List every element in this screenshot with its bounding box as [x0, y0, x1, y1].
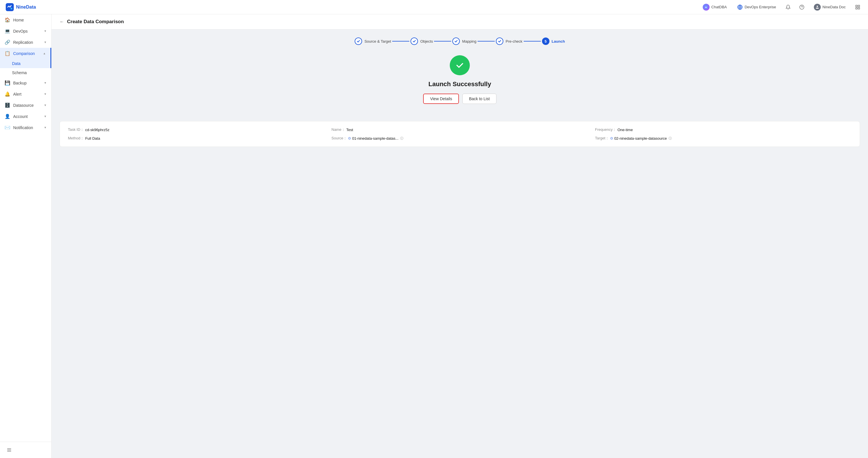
sidebar-label-replication: Replication — [13, 40, 41, 45]
step-connector-1 — [392, 41, 409, 41]
target-info-icon[interactable]: ⓘ — [669, 136, 672, 140]
devops-label: DevOps Enterprise — [745, 5, 776, 9]
sidebar-label-backup: Backup — [13, 81, 41, 85]
svg-rect-9 — [858, 5, 860, 7]
frequency-item: Frequency： One-time — [595, 127, 852, 132]
source-label: Source： — [332, 136, 347, 141]
chevron-down-icon: ▼ — [44, 30, 47, 33]
task-id-label: Task ID： — [68, 127, 84, 132]
sidebar-item-notification[interactable]: ✉️ Notification ▼ — [0, 122, 51, 133]
svg-point-7 — [817, 5, 818, 7]
frequency-label: Frequency： — [595, 127, 616, 132]
sidebar-label-account: Account — [13, 114, 41, 119]
collapse-sidebar-button[interactable] — [5, 446, 14, 455]
chevron-down-icon: ▼ — [44, 115, 47, 118]
ninedata-doc-button[interactable]: NineData Doc — [811, 3, 848, 12]
devops-button[interactable]: DevOps Enterprise — [734, 3, 779, 11]
sidebar-item-comparison[interactable]: 📋 Comparison ▲ — [0, 48, 51, 59]
page-body: Source & Target Objects — [52, 30, 868, 155]
sidebar-item-devops[interactable]: 💻 DevOps ▼ — [0, 26, 51, 37]
backup-icon: 💾 — [5, 80, 10, 86]
chatdba-avatar: AI — [703, 4, 710, 10]
target-item: Target： ⊙ 02-ninedata-sample-datasource … — [595, 136, 852, 141]
sidebar-sub-label-data: Data — [12, 61, 21, 66]
sidebar-item-replication[interactable]: 🔗 Replication ▼ — [0, 37, 51, 48]
main-layout: 🏠 Home 💻 DevOps ▼ 🔗 Replication ▼ 📋 Comp… — [0, 14, 868, 458]
step-label-5: Launch — [552, 39, 565, 43]
method-label: Method： — [68, 136, 84, 141]
page-title: Create Data Comparison — [67, 19, 124, 25]
sidebar-label-alert: Alert — [13, 92, 41, 96]
svg-text:AI: AI — [705, 6, 707, 8]
app-container: NineData AI ChatDBA — [0, 0, 868, 458]
info-grid: Task ID： cd-sk96phrz5z Name： Test Freque… — [68, 127, 852, 141]
comparison-icon: 📋 — [5, 51, 10, 56]
sidebar-item-backup[interactable]: 💾 Backup ▼ — [0, 77, 51, 89]
content-area: ← Create Data Comparison Source & Target — [52, 14, 868, 458]
task-id-value: cd-sk96phrz5z — [85, 128, 110, 132]
source-info-icon[interactable]: ⓘ — [400, 136, 403, 140]
svg-rect-11 — [858, 7, 860, 9]
sidebar-item-home[interactable]: 🏠 Home — [0, 14, 51, 26]
sidebar-sub-item-data[interactable]: Data — [0, 59, 51, 68]
target-label: Target： — [595, 136, 609, 141]
back-arrow[interactable]: ← — [60, 19, 64, 24]
info-card: Task ID： cd-sk96phrz5z Name： Test Freque… — [60, 121, 860, 147]
chatdba-button[interactable]: AI ChatDBA — [700, 3, 730, 12]
step-precheck: Pre-check — [496, 37, 523, 45]
logo[interactable]: NineData — [6, 3, 36, 11]
ninedata-doc-avatar — [814, 4, 821, 10]
chevron-down-icon: ▼ — [44, 126, 47, 129]
account-icon: 👤 — [5, 113, 10, 119]
stepper: Source & Target Objects — [60, 37, 860, 45]
sidebar-label-datasource: Datasource — [13, 103, 41, 108]
globe-icon — [737, 4, 743, 10]
bell-icon — [785, 5, 790, 10]
action-buttons: View Details Back to List — [423, 94, 496, 104]
sidebar-label-devops: DevOps — [13, 29, 41, 33]
bell-button[interactable] — [783, 3, 793, 12]
success-container: Launch Successfully View Details Back to… — [60, 55, 860, 112]
step-launch: 5 Launch — [542, 37, 565, 45]
sidebar-item-account[interactable]: 👤 Account ▼ — [0, 111, 51, 122]
chevron-down-icon: ▼ — [44, 81, 47, 85]
success-icon — [450, 55, 470, 75]
step-connector-4 — [524, 41, 541, 41]
sidebar: 🏠 Home 💻 DevOps ▼ 🔗 Replication ▼ 📋 Comp… — [0, 14, 52, 458]
target-value: ⊙ 02-ninedata-sample-datasource ⓘ — [610, 136, 672, 140]
view-details-button[interactable]: View Details — [423, 94, 459, 104]
help-button[interactable] — [797, 3, 806, 12]
source-item: Source： ⊙ 01-ninedata-sample-datas... ⓘ — [332, 136, 588, 141]
sidebar-label-home: Home — [13, 18, 47, 22]
back-to-list-button[interactable]: Back to List — [462, 94, 496, 104]
name-item: Name： Test — [332, 127, 588, 132]
task-id-item: Task ID： cd-sk96phrz5z — [68, 127, 324, 132]
ninedata-doc-label: NineData Doc — [823, 5, 846, 9]
alert-icon: 🔔 — [5, 91, 10, 97]
sidebar-sub-item-schema[interactable]: Schema — [0, 68, 51, 77]
menu-button[interactable] — [853, 3, 862, 12]
step-mapping: Mapping — [452, 37, 476, 45]
sidebar-item-datasource[interactable]: 🗄️ Datasource ▼ — [0, 100, 51, 111]
source-db-icon: ⊙ — [348, 136, 351, 140]
svg-rect-10 — [856, 7, 857, 9]
topbar-right: AI ChatDBA DevOps Enterprise — [700, 3, 862, 12]
datasource-icon: 🗄️ — [5, 102, 10, 108]
svg-point-1 — [10, 8, 12, 9]
sidebar-item-alert[interactable]: 🔔 Alert ▼ — [0, 89, 51, 100]
chatdba-label: ChatDBA — [711, 5, 727, 9]
method-item: Method： Full Data — [68, 136, 324, 141]
replication-icon: 🔗 — [5, 39, 10, 45]
step-circle-4 — [496, 37, 503, 45]
step-source-target: Source & Target — [355, 37, 391, 45]
step-objects: Objects — [410, 37, 433, 45]
step-label-2: Objects — [420, 39, 433, 43]
step-label-3: Mapping — [462, 39, 476, 43]
menu-icon — [7, 448, 12, 453]
target-db-icon: ⊙ — [610, 136, 613, 140]
sidebar-bottom — [0, 442, 51, 458]
frequency-value: One-time — [617, 128, 632, 132]
step-connector-2 — [434, 41, 451, 41]
source-value: ⊙ 01-ninedata-sample-datas... ⓘ — [348, 136, 403, 140]
home-icon: 🏠 — [5, 17, 10, 23]
